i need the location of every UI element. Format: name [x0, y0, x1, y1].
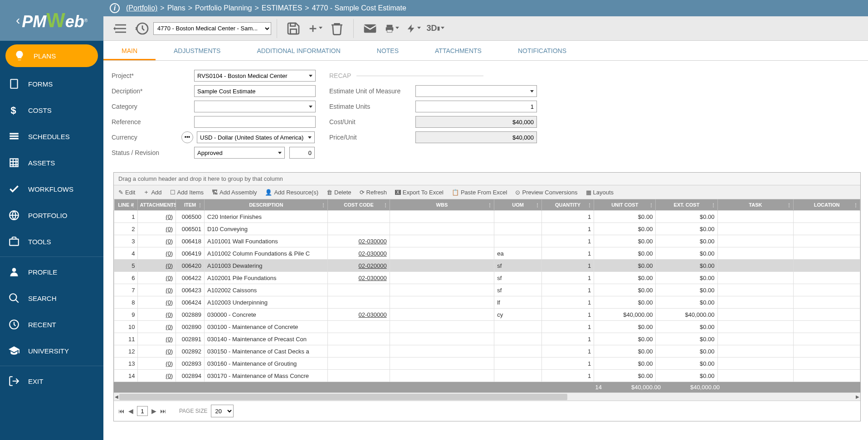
col-menu-icon[interactable]: ⋮ [383, 203, 388, 208]
breadcrumb-part[interactable]: Portfolio Planning [195, 4, 252, 12]
sidebar-item-plans[interactable]: PLANS [5, 44, 98, 67]
history-icon[interactable] [135, 21, 150, 36]
table-row[interactable]: 5(0)006420A101003 Dewatering02-020000sf1… [114, 260, 860, 272]
sidebar-item-schedules[interactable]: SCHEDULES [0, 123, 103, 150]
sidebar-item-recent[interactable]: RECENT [0, 311, 103, 338]
pager-next-icon[interactable]: ▶ [151, 407, 156, 415]
tab-notes[interactable]: NOTES [359, 41, 417, 60]
breadcrumb-part[interactable]: ESTIMATES [262, 4, 302, 12]
col-menu-icon[interactable]: ⋮ [321, 203, 326, 208]
col-item[interactable]: ITEM⋮ [176, 199, 205, 211]
sidebar-item-workflows[interactable]: WORKFLOWS [0, 176, 103, 202]
col-quantity[interactable]: QUANTITY⋮ [541, 199, 594, 211]
col-menu-icon[interactable]: ⋮ [198, 203, 202, 208]
sidebar-item-profile[interactable]: PROFILE [0, 259, 103, 285]
col-task[interactable]: TASK⋮ [717, 199, 794, 211]
col-cost-code[interactable]: COST CODE⋮ [328, 199, 390, 211]
grid-add-items-button[interactable]: ☐ Add Items [170, 189, 204, 196]
grid-add-button[interactable]: ＋ Add [143, 188, 161, 196]
scroll-right-icon[interactable]: ▶ [856, 394, 859, 399]
breadcrumb-part[interactable]: 4770 - Sample Cost Estimate [312, 4, 406, 12]
grid-refresh-button[interactable]: ⟳ Refresh [360, 189, 387, 196]
info-icon[interactable]: i [110, 3, 120, 13]
sidebar-item-assets[interactable]: ASSETS [0, 150, 103, 176]
add-icon[interactable] [308, 21, 322, 36]
project-select[interactable]: RVS0104 - Boston Medical Center [194, 70, 316, 82]
record-selector[interactable]: 4770 - Boston Medical Center - Sam... [153, 22, 271, 35]
currency-select[interactable]: USD - Dollar (United States of America) [197, 131, 315, 143]
breadcrumb-part[interactable]: Plans [167, 4, 185, 12]
table-row[interactable]: 6(0)006422A102001 Pile Foundations02-030… [114, 272, 860, 284]
grid-export-button[interactable]: X Export To Excel [395, 189, 444, 196]
col-menu-icon[interactable]: ⋮ [131, 203, 136, 208]
sidebar-exit[interactable]: EXIT [0, 368, 103, 394]
delete-icon[interactable] [330, 21, 344, 36]
table-row[interactable]: 8(0)006424A102003 Underpinninglf1$0.00$0… [114, 296, 860, 309]
grid-delete-button[interactable]: 🗑 Delete [327, 189, 351, 196]
col-uom[interactable]: UOM⋮ [494, 199, 542, 211]
col-wbs[interactable]: WBS⋮ [390, 199, 494, 211]
sidebar-item-portfolio[interactable]: PORTFOLIO [0, 202, 103, 228]
currency-more-icon[interactable]: ••• [181, 131, 193, 143]
sidebar-item-costs[interactable]: $COSTS [0, 97, 103, 123]
col-menu-icon[interactable]: ⋮ [649, 203, 653, 208]
tab-main[interactable]: MAIN [103, 41, 156, 60]
pager-last-icon[interactable]: ⏭ [160, 407, 166, 415]
email-icon[interactable] [363, 21, 377, 36]
col-menu-icon[interactable]: ⋮ [787, 203, 791, 208]
category-select[interactable] [194, 101, 316, 112]
col-attachments[interactable]: ATTACHMENTS⋮ [138, 199, 176, 211]
action-icon[interactable] [406, 21, 421, 36]
grid-hscroll[interactable]: ◀ ▶ [114, 392, 860, 401]
toggle-panel-icon[interactable] [113, 21, 128, 36]
pager-first-icon[interactable]: ⏮ [118, 407, 125, 415]
tab-attachments[interactable]: ATTACHMENTS [417, 41, 500, 60]
sidebar-item-university[interactable]: UNIVERSITY [0, 338, 103, 364]
breadcrumb-portfolio-link[interactable]: (Portfolio) [126, 4, 157, 12]
status-select[interactable]: Approved [194, 147, 285, 159]
table-row[interactable]: 13(0)002893030160 - Maintenance of Grout… [114, 358, 860, 370]
col-ext-cost[interactable]: EXT. COST⋮ [656, 199, 717, 211]
col-unit-cost[interactable]: UNIT COST⋮ [594, 199, 656, 211]
col-location[interactable]: LOCATION⋮ [794, 199, 860, 211]
col-menu-icon[interactable]: ⋮ [853, 203, 858, 208]
revision-input[interactable] [289, 147, 315, 159]
table-row[interactable]: 7(0)006423A102002 Caissonssf1$0.00$0.00 [114, 284, 860, 296]
eunits-input[interactable] [415, 101, 537, 112]
table-row[interactable]: 10(0)002890030100 - Maintenance of Concr… [114, 321, 860, 333]
grid-add-resources-button[interactable]: 👤 Add Resource(s) [265, 189, 318, 196]
col-menu-icon[interactable]: ⋮ [169, 203, 174, 208]
tab-notifications[interactable]: NOTIFICATIONS [500, 41, 585, 60]
table-row[interactable]: 11(0)002891030140 - Maintenance of Preca… [114, 333, 860, 345]
pager-size-select[interactable]: 20 [211, 405, 234, 417]
table-row[interactable]: 2(0)006501D10 Conveying1$0.00$0.00 [114, 223, 860, 235]
sidebar-item-forms[interactable]: FORMS [0, 71, 103, 97]
grid-group-bar[interactable]: Drag a column header and drop it here to… [114, 173, 860, 185]
table-row[interactable]: 3(0)006418A101001 Wall Foundations02-030… [114, 235, 860, 247]
col-menu-icon[interactable]: ⋮ [711, 203, 716, 208]
reference-input[interactable] [194, 116, 316, 128]
grid-add-assembly-button[interactable]: 🏗 Add Assembly [212, 189, 257, 196]
sidebar-item-search[interactable]: SEARCH [0, 285, 103, 311]
col-menu-icon[interactable]: ⋮ [488, 203, 492, 208]
table-row[interactable]: 9(0)002889030000 - Concrete02-030000cy1$… [114, 309, 860, 321]
col-menu-icon[interactable]: ⋮ [587, 203, 592, 208]
pager-prev-icon[interactable]: ◀ [128, 407, 133, 415]
grid-preview-button[interactable]: ⊙ Preview Conversions [515, 189, 577, 196]
tab-additional-information[interactable]: ADDITIONAL INFORMATION [239, 41, 358, 60]
col-description[interactable]: DESCRIPTION⋮ [205, 199, 328, 211]
save-icon[interactable] [286, 21, 301, 36]
col-menu-icon[interactable]: ⋮ [535, 203, 540, 208]
scroll-thumb[interactable] [119, 394, 567, 400]
grid-edit-button[interactable]: ✎ Edit [118, 189, 135, 196]
print-icon[interactable] [385, 21, 399, 36]
grid-paste-button[interactable]: 📋 Paste From Excel [452, 189, 507, 196]
tab-adjustments[interactable]: ADJUSTMENTS [156, 41, 239, 60]
sidebar-item-tools[interactable]: TOOLS [0, 228, 103, 255]
table-row[interactable]: 4(0)006419A101002 Column Foundations & P… [114, 247, 860, 260]
scroll-left-icon[interactable]: ◀ [115, 394, 118, 399]
description-input[interactable] [194, 85, 316, 97]
table-row[interactable]: 14(0)002894030170 - Maintenance of Mass … [114, 370, 860, 382]
table-row[interactable]: 1(0)006500C20 Interior Finishes1$0.00$0.… [114, 211, 860, 223]
col-line-[interactable]: LINE #⋮ [114, 199, 138, 211]
